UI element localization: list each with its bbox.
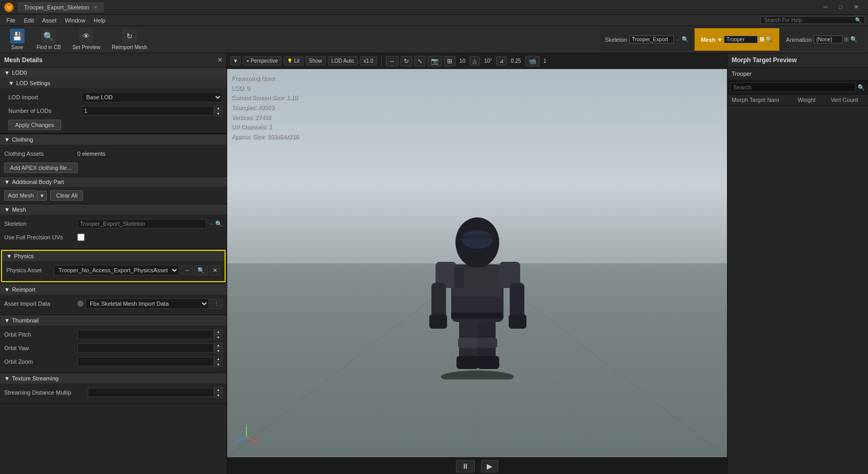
skeleton-value-input[interactable] (77, 219, 206, 228)
num-lods-up-btn[interactable]: ▲ (214, 105, 222, 111)
lod-auto-label: LOD Auto (332, 58, 354, 64)
viewport-menu-btn[interactable]: ▼ (230, 56, 241, 65)
morph-panel-header: Morph Target Preview (728, 53, 868, 67)
lod-auto-btn[interactable]: LOD Auto (328, 56, 358, 65)
skeleton-tab[interactable]: Skeleton → 🔍 (600, 28, 695, 51)
reimport-mesh-button[interactable]: ↻ Reimport Mesh (107, 27, 153, 52)
animation-search-icon[interactable]: 🔍 (850, 36, 858, 43)
skeleton-search-icon[interactable]: 🔍 (682, 36, 689, 43)
lit-btn[interactable]: 💡 Lit (284, 56, 303, 65)
lod-import-select[interactable]: Base LOD (81, 92, 222, 102)
svg-rect-27 (454, 267, 464, 288)
mesh-tab-input[interactable] (724, 36, 758, 43)
mesh-section-header[interactable]: ▼ Mesh (0, 204, 227, 215)
scale-snap-btn[interactable]: ⊿ (496, 56, 507, 65)
translate-btn[interactable]: ↔ (386, 56, 398, 66)
lod0-label: LOD0 (12, 70, 27, 76)
camera-speed-btn[interactable]: 📹 (525, 56, 539, 66)
scale-tool-btn[interactable]: ⤡ (414, 56, 426, 66)
camera-btn[interactable]: 📷 (428, 56, 442, 66)
morph-search-bar: 🔍 (728, 80, 868, 95)
asset-import-icon[interactable]: ⋮ (210, 299, 222, 309)
grid-btn[interactable]: ⊞ (444, 56, 455, 66)
menu-help[interactable]: Help (90, 16, 109, 25)
streaming-distance-input[interactable]: 1.0 (88, 388, 214, 397)
animation-tab-input[interactable] (814, 36, 842, 43)
set-preview-button[interactable]: 👁 Set Preview (67, 27, 105, 52)
help-search-input[interactable] (764, 17, 855, 23)
viewport-content[interactable]: Previewing None LOD: 0 Current Screen Si… (227, 69, 727, 457)
orbit-pitch-up-btn[interactable]: ▲ (214, 329, 222, 334)
show-btn[interactable]: Show (306, 56, 326, 65)
menu-window[interactable]: Window (62, 16, 88, 25)
orbit-zoom-row: Orbit Zoom 0.0 ▲ ▼ (4, 356, 222, 367)
maximize-btn[interactable]: □ (834, 3, 848, 11)
physics-asset-select[interactable]: Trooper_No_Access_Export_PhysicsAsset (54, 265, 179, 275)
pause-btn[interactable]: ⏸ (456, 460, 475, 472)
orbit-yaw-up-btn[interactable]: ▲ (214, 342, 222, 348)
orbit-pitch-down-btn[interactable]: ▼ (214, 334, 222, 340)
asset-import-select[interactable]: Fbx Skeletal Mesh Import Data (85, 298, 209, 309)
close-btn[interactable]: ✕ (849, 3, 864, 11)
skeleton-find2-icon[interactable]: 🔍 (215, 221, 222, 227)
viewport-bottom-bar: ⏸ ▶ (227, 457, 727, 474)
physics-header[interactable]: ▼ Physics (2, 251, 225, 261)
orbit-zoom-input[interactable]: 0.0 (77, 357, 214, 366)
viewport[interactable]: ▼ ● Perspective 💡 Lit Show LOD Auto x1.0… (227, 53, 727, 474)
skeleton-arrow2-icon[interactable]: → (208, 221, 214, 227)
orbit-pitch-label: Orbit Pitch (4, 331, 77, 338)
rotate-btn[interactable]: ↻ (401, 56, 412, 66)
mesh-search-icon[interactable]: ⊞ (759, 36, 764, 43)
snap-btn[interactable]: △ (470, 56, 480, 65)
streaming-distance-down-btn[interactable]: ▼ (214, 392, 222, 398)
orbit-pitch-input[interactable]: -11.25 (77, 330, 214, 339)
thumbnail-header[interactable]: ▼ Thumbnail (0, 315, 227, 326)
tab-label: Trooper_Export_Skeleton (24, 4, 89, 10)
play-btn[interactable]: ▶ (481, 460, 498, 472)
skeleton-arrow-icon: → (675, 37, 680, 42)
apply-changes-button[interactable]: Apply Changes (8, 120, 61, 130)
physics-clear-icon[interactable]: ✕ (209, 265, 220, 275)
physics-search-icon[interactable]: 🔍 (194, 265, 208, 275)
orbit-yaw-down-btn[interactable]: ▼ (214, 348, 222, 354)
panel-close-icon[interactable]: ✕ (217, 56, 222, 64)
physics-section: ▼ Physics Physics Asset Trooper_No_Acces… (1, 250, 226, 282)
menu-file[interactable]: File (3, 16, 19, 25)
orbit-yaw-input[interactable]: -157.5 (77, 343, 214, 353)
perspective-btn[interactable]: ● Perspective (243, 56, 281, 65)
full-precision-checkbox[interactable] (77, 234, 85, 241)
reimport-mesh-label: Reimport Mesh (112, 44, 147, 50)
mesh-tab[interactable]: Mesh ★ ⊞ 🔍 (695, 28, 780, 51)
streaming-distance-up-btn[interactable]: ▲ (214, 387, 222, 392)
orbit-zoom-down-btn[interactable]: ▼ (214, 362, 222, 367)
num-lods-down-btn[interactable]: ▼ (214, 111, 222, 117)
find-in-cb-button[interactable]: 🔍 Find in CB (31, 27, 66, 52)
texture-streaming-header[interactable]: ▼ Texture Streaming (0, 373, 227, 384)
menu-edit[interactable]: Edit (21, 16, 37, 25)
morph-search-input[interactable] (731, 83, 855, 92)
menu-asset[interactable]: Asset (39, 16, 60, 25)
lod-settings-header[interactable]: ▼ LOD Settings (0, 78, 227, 88)
add-apex-button[interactable]: Add APEX clothing file... (4, 163, 78, 173)
scale-btn[interactable]: x1.0 (360, 56, 377, 65)
clear-all-button[interactable]: Clear All (50, 190, 83, 201)
tab-close-icon[interactable]: ✕ (93, 5, 98, 10)
app-tab[interactable]: Trooper_Export_Skeleton ✕ (18, 2, 104, 13)
animation-grid-icon[interactable]: ⊞ (844, 36, 849, 43)
skeleton-tab-input[interactable] (629, 36, 674, 43)
lod0-header[interactable]: ▼ LOD0 (0, 67, 227, 78)
additional-body-header[interactable]: ▼ Additional Body Part (0, 177, 227, 187)
lod-import-row: LOD Import Base LOD (8, 91, 222, 103)
num-lods-input[interactable] (81, 106, 214, 115)
physics-arrow-icon[interactable]: → (181, 265, 193, 275)
add-mesh-dropdown-btn[interactable]: ▼ (37, 191, 48, 201)
clothing-header[interactable]: ▼ Clothing (0, 134, 227, 145)
orbit-zoom-up-btn[interactable]: ▲ (214, 356, 222, 362)
animation-tab[interactable]: Animation ⊞ 🔍 (780, 28, 864, 51)
save-button[interactable]: 💾 Save (4, 27, 30, 52)
add-mesh-button[interactable]: Add Mesh ▼ (4, 190, 47, 201)
add-mesh-main-btn[interactable]: Add Mesh (4, 190, 37, 201)
mesh-find-icon[interactable]: 🔍 (766, 36, 773, 43)
minimize-btn[interactable]: ─ (818, 3, 833, 11)
reimport-header[interactable]: ▼ Reimport (0, 284, 227, 295)
